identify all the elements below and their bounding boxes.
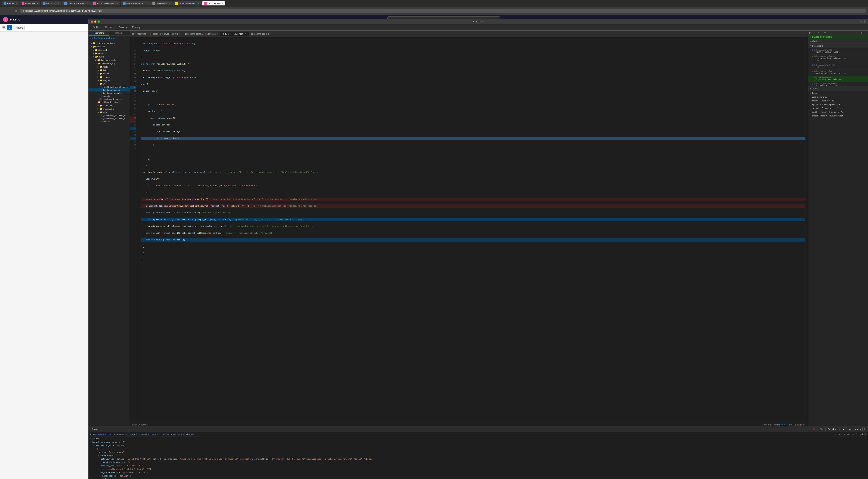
devtools-icons: ⚙ ⋮ bbox=[861, 20, 866, 23]
fs-tabs: Filesystem Snippets bbox=[89, 31, 130, 32]
tab-favicon-day bbox=[43, 2, 45, 5]
browser-tab-policies[interactable]: Policies × bbox=[1, 1, 19, 5]
file-tabs-bar: bulk_resolve.ts × dashboard_saved_object… bbox=[130, 31, 808, 32]
tab-favicon-policies bbox=[4, 2, 6, 5]
tab-label-tech: Tech Learning bbox=[208, 2, 220, 4]
step-out-icon[interactable]: ↑ bbox=[818, 31, 819, 32]
tab-favicon-workspace bbox=[22, 2, 25, 5]
close-tab-life[interactable]: × bbox=[87, 2, 88, 4]
more-icon[interactable]: ⋮ bbox=[863, 20, 866, 23]
tab-favicon-useful bbox=[123, 2, 126, 5]
devtools-titlebar: DevTools ⚙ ⋮ bbox=[89, 19, 868, 24]
close-tab-policies[interactable]: × bbox=[16, 2, 17, 4]
settings-right-icon[interactable]: ⚙ bbox=[861, 31, 863, 32]
tab-label-workspace: Workspace bbox=[25, 2, 35, 4]
tab-favicon-elastic-travel bbox=[93, 2, 96, 5]
forward-button[interactable]: → bbox=[8, 8, 13, 13]
devtools-tabs: Profiler Console Sources Memory bbox=[89, 24, 868, 31]
browser-tab-tech[interactable]: Tech Learning × bbox=[202, 1, 225, 5]
browser-tab-workspace[interactable]: Workspace × bbox=[20, 1, 40, 5]
more-right-icon[interactable]: ⋮ bbox=[864, 31, 866, 32]
fs-tab-snippets[interactable]: Snippets bbox=[109, 31, 130, 32]
close-tab-workspace[interactable]: × bbox=[37, 2, 38, 4]
browser-tab-day[interactable]: Day to Day × bbox=[40, 1, 61, 5]
tab-label-useful: Useful External Le... bbox=[126, 2, 145, 4]
nav-breadcrumb[interactable]: Kibana bbox=[13, 26, 25, 30]
tab-console-top[interactable]: Console bbox=[102, 25, 116, 30]
maximize-button[interactable] bbox=[98, 21, 100, 23]
close-tab-useful[interactable]: × bbox=[147, 2, 148, 4]
hamburger-menu[interactable]: ☰ bbox=[2, 26, 5, 30]
minimize-button[interactable] bbox=[94, 21, 96, 23]
tab-favicon-kahoot bbox=[175, 2, 178, 5]
elastic-logo-icon: e bbox=[3, 17, 8, 22]
filesystem-panel: Filesystem Snippets + + Add folder to wo… bbox=[89, 31, 130, 32]
settings-icon[interactable]: ⚙ bbox=[861, 20, 862, 23]
resume-icon[interactable]: ▶ bbox=[809, 31, 811, 32]
browser-tab-kahoot[interactable]: Kahoot Sign Lond... × bbox=[173, 1, 202, 5]
step-over-icon[interactable]: ⤵ bbox=[812, 31, 814, 32]
traffic-lights bbox=[91, 21, 100, 23]
code-editor: bulk_resolve.ts × dashboard_saved_object… bbox=[130, 31, 808, 32]
devtools-title: DevTools bbox=[473, 20, 483, 23]
close-tab-day[interactable]: × bbox=[58, 2, 59, 4]
browser-tab-elastic-travel[interactable]: Elastic Travel & Ex... × bbox=[91, 1, 121, 5]
debug-controls: ▶ ⤵ ↓ ↑ → ⊘ bbox=[809, 31, 826, 32]
close-button[interactable] bbox=[91, 21, 93, 23]
address-bar[interactable] bbox=[20, 9, 866, 13]
tab-favicon-life bbox=[64, 2, 67, 5]
browser-tabs: Policies × Workspace × Day to Day × Life… bbox=[0, 0, 868, 7]
deactivate-icon[interactable]: ⊘ bbox=[824, 31, 826, 32]
browser-toolbar: ← → ↺ bbox=[0, 7, 868, 15]
back-button[interactable]: ← bbox=[2, 8, 7, 13]
right-toolbar: ▶ ⤵ ↓ ↑ → ⊘ ⚙ ⋮ bbox=[808, 31, 868, 32]
tab-memory[interactable]: Memory bbox=[129, 25, 143, 30]
tab-sources[interactable]: Sources bbox=[116, 25, 129, 30]
right-icons-more: ⚙ ⋮ bbox=[861, 31, 866, 32]
close-tab-tech[interactable]: × bbox=[222, 2, 223, 4]
close-tab-kahoot[interactable]: × bbox=[198, 2, 199, 4]
elastic-logo: e elastic bbox=[3, 17, 20, 22]
step-into-icon[interactable]: ↓ bbox=[815, 31, 816, 32]
fs-tab-filesystem[interactable]: Filesystem bbox=[89, 31, 109, 32]
reload-button[interactable]: ↺ bbox=[14, 8, 18, 13]
devtools-main: Filesystem Snippets + + Add folder to wo… bbox=[89, 31, 868, 32]
browser-tab-life[interactable]: Life at Elastic Res... × bbox=[62, 1, 91, 5]
tab-label-life: Life at Elastic Res... bbox=[67, 2, 86, 4]
close-tab-conferences[interactable]: × bbox=[169, 2, 170, 4]
devtools-overlay: DevTools ⚙ ⋮ Profiler Console Sources Me… bbox=[88, 19, 868, 32]
elastic-logo-text: elastic bbox=[10, 18, 20, 22]
tab-label-elastic-travel: Elastic Travel & Ex... bbox=[97, 2, 116, 4]
browser-tab-useful[interactable]: Useful External Le... × bbox=[121, 1, 150, 5]
right-panel: ▶ ⤵ ↓ ↑ → ⊘ ⚙ ⋮ ⏸ Paused on breakpoint ▶… bbox=[808, 31, 868, 32]
tab-favicon-tech bbox=[204, 2, 207, 5]
step-icon[interactable]: → bbox=[820, 31, 823, 32]
tab-label-kahoot: Kahoot Sign Lond... bbox=[179, 2, 197, 4]
tab-label-policies: Policies bbox=[7, 2, 14, 4]
tab-label-conferences: Conferences bbox=[156, 2, 167, 4]
tab-favicon-conferences bbox=[152, 2, 155, 5]
close-tab-elastic-travel[interactable]: × bbox=[117, 2, 118, 4]
browser-chrome: Policies × Workspace × Day to Day × Life… bbox=[0, 0, 868, 15]
tab-label-day: Day to Day bbox=[46, 2, 56, 4]
browser-tab-conferences[interactable]: Conferences × bbox=[150, 1, 173, 5]
nav-avatar: D bbox=[7, 25, 12, 30]
tab-profiler[interactable]: Profiler bbox=[90, 25, 102, 30]
